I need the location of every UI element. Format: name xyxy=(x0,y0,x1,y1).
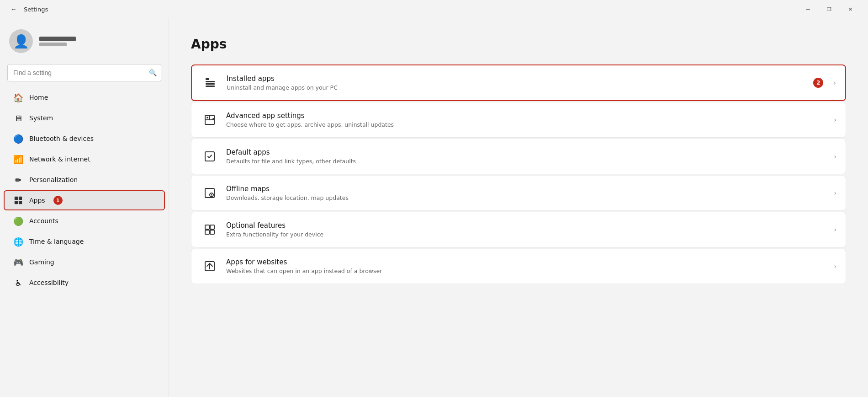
user-icon: 👤 xyxy=(13,34,29,49)
setting-card-optional-features[interactable]: Optional features Extra functionality fo… xyxy=(191,212,846,247)
installed-apps-title: Installed apps xyxy=(227,75,813,83)
content-area: Apps Installed apps Uninstall and manage… xyxy=(169,18,868,397)
settings-list: Installed apps Uninstall and manage apps… xyxy=(191,64,846,284)
apps-for-websites-desc: Websites that can open in an app instead… xyxy=(226,268,828,274)
user-name-block xyxy=(39,37,76,46)
installed-apps-badge: 2 xyxy=(813,78,823,88)
optional-features-icon xyxy=(201,220,219,239)
setting-card-installed-apps[interactable]: Installed apps Uninstall and manage apps… xyxy=(191,64,846,101)
setting-card-offline-maps[interactable]: Offline maps Downloads, storage location… xyxy=(191,175,846,211)
page-title: Apps xyxy=(191,37,846,52)
search-input[interactable] xyxy=(7,64,161,81)
system-icon: 🖥 xyxy=(14,113,23,123)
apps-for-websites-chevron: › xyxy=(834,263,836,270)
window-controls: ─ ❒ ✕ xyxy=(798,2,861,16)
maximize-button[interactable]: ❒ xyxy=(819,2,840,16)
optional-features-text: Optional features Extra functionality fo… xyxy=(226,221,828,238)
svg-rect-17 xyxy=(205,225,209,229)
user-name-bar-2 xyxy=(39,43,67,46)
sidebar-item-gaming[interactable]: 🎮 Gaming xyxy=(4,252,165,272)
sidebar-item-time[interactable]: 🌐 Time & language xyxy=(4,231,165,252)
installed-apps-icon xyxy=(201,74,219,92)
gaming-icon: 🎮 xyxy=(14,258,23,267)
svg-rect-0 xyxy=(15,197,18,200)
user-name-bar-1 xyxy=(39,37,76,41)
setting-card-default-apps[interactable]: Default apps Defaults for file and link … xyxy=(191,139,846,174)
sidebar-label-bluetooth: Bluetooth & devices xyxy=(29,135,94,142)
optional-features-title: Optional features xyxy=(226,221,828,230)
sidebar-label-gaming: Gaming xyxy=(29,258,54,266)
default-apps-icon xyxy=(201,147,219,166)
personalization-icon: ✏️ xyxy=(14,175,23,184)
home-icon: 🏠 xyxy=(14,93,23,102)
sidebar-scroll: 🏠 Home 🖥 System 🔵 Bluetooth & devices 📶 … xyxy=(0,87,169,397)
default-apps-desc: Defaults for file and link types, other … xyxy=(226,158,828,165)
sidebar-label-accounts: Accounts xyxy=(29,217,58,225)
installed-apps-text: Installed apps Uninstall and manage apps… xyxy=(227,75,813,91)
sidebar-item-home[interactable]: 🏠 Home xyxy=(4,87,165,107)
installed-apps-desc: Uninstall and manage apps on your PC xyxy=(227,84,813,91)
sidebar-item-personalization[interactable]: ✏️ Personalization xyxy=(4,170,165,190)
offline-maps-desc: Downloads, storage location, map updates xyxy=(226,194,828,201)
network-icon: 📶 xyxy=(14,155,23,164)
svg-rect-18 xyxy=(210,225,214,229)
optional-features-chevron: › xyxy=(834,226,836,233)
offline-maps-text: Offline maps Downloads, storage location… xyxy=(226,185,828,201)
advanced-app-settings-desc: Choose where to get apps, archive apps, … xyxy=(226,121,828,128)
time-icon: 🌐 xyxy=(14,237,23,246)
sidebar-item-system[interactable]: 🖥 System xyxy=(4,108,165,128)
sidebar-label-personalization: Personalization xyxy=(29,176,78,183)
sidebar-label-home: Home xyxy=(29,94,48,101)
svg-rect-3 xyxy=(19,201,22,204)
svg-rect-5 xyxy=(206,81,215,82)
sidebar-label-accessibility: Accessibility xyxy=(29,279,69,286)
accounts-icon: 🟢 xyxy=(14,216,23,225)
sidebar-label-system: System xyxy=(29,114,53,122)
sidebar-item-accessibility[interactable]: ♿ Accessibility xyxy=(4,273,165,293)
apps-badge: 1 xyxy=(53,196,63,205)
svg-rect-7 xyxy=(206,86,215,87)
window-title: Settings xyxy=(24,6,798,13)
offline-maps-icon xyxy=(201,184,219,202)
default-apps-text: Default apps Defaults for file and link … xyxy=(226,148,828,165)
advanced-app-settings-text: Advanced app settings Choose where to ge… xyxy=(226,112,828,128)
sidebar-item-apps[interactable]: Apps 1 xyxy=(4,190,165,210)
setting-card-apps-for-websites[interactable]: Apps for websites Websites that can open… xyxy=(191,248,846,284)
svg-rect-19 xyxy=(205,230,209,234)
offline-maps-chevron: › xyxy=(834,189,836,197)
accessibility-icon: ♿ xyxy=(14,278,23,287)
svg-point-9 xyxy=(206,117,208,118)
avatar: 👤 xyxy=(9,29,33,53)
default-apps-title: Default apps xyxy=(226,148,828,156)
bluetooth-icon: 🔵 xyxy=(14,134,23,143)
minimize-button[interactable]: ─ xyxy=(798,2,819,16)
search-box: 🔍 xyxy=(7,64,161,81)
svg-rect-1 xyxy=(19,197,22,200)
svg-point-16 xyxy=(211,194,212,196)
apps-for-websites-title: Apps for websites xyxy=(226,258,828,266)
svg-rect-6 xyxy=(206,83,215,85)
offline-maps-title: Offline maps xyxy=(226,185,828,193)
installed-apps-chevron: › xyxy=(833,79,836,86)
svg-rect-20 xyxy=(210,230,214,234)
svg-rect-4 xyxy=(206,78,209,80)
sidebar: 👤 🔍 🏠 Home 🖥 System 🔵 Blu xyxy=(0,18,169,397)
sidebar-item-bluetooth[interactable]: 🔵 Bluetooth & devices xyxy=(4,129,165,149)
main-layout: 👤 🔍 🏠 Home 🖥 System 🔵 Blu xyxy=(0,18,868,397)
setting-card-advanced-app-settings[interactable]: Advanced app settings Choose where to ge… xyxy=(191,102,846,138)
advanced-app-settings-title: Advanced app settings xyxy=(226,112,828,120)
apps-for-websites-text: Apps for websites Websites that can open… xyxy=(226,258,828,274)
svg-rect-13 xyxy=(205,152,214,161)
sidebar-item-network[interactable]: 📶 Network & internet xyxy=(4,149,165,169)
apps-for-websites-icon xyxy=(201,257,219,275)
sidebar-label-apps: Apps xyxy=(29,197,45,204)
back-button[interactable]: ← xyxy=(7,3,20,16)
close-button[interactable]: ✕ xyxy=(840,2,861,16)
sidebar-label-time: Time & language xyxy=(29,238,84,245)
apps-icon xyxy=(14,196,23,205)
title-bar: ← Settings ─ ❒ ✕ xyxy=(0,0,868,18)
svg-rect-2 xyxy=(15,201,18,204)
advanced-app-settings-icon xyxy=(201,111,219,129)
user-profile: 👤 xyxy=(0,22,169,62)
sidebar-item-accounts[interactable]: 🟢 Accounts xyxy=(4,211,165,231)
